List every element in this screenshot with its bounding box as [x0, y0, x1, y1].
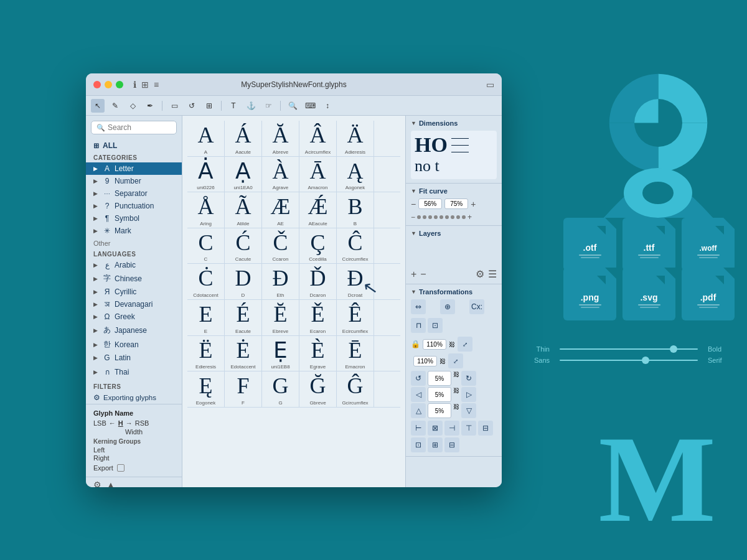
- glyph-cell-Gcircumflex[interactable]: Ĝ Gcircumflex: [337, 371, 374, 407]
- glyph-cell-Eogonek[interactable]: Ę Eogonek: [187, 371, 225, 407]
- glyph-cell-Egrave[interactable]: È Egrave: [299, 336, 337, 371]
- fit-curve-header[interactable]: ▼ Fit curve: [411, 187, 497, 195]
- all-button[interactable]: ⊞ ALL: [86, 139, 182, 152]
- glyph-cell-uni1EA0[interactable]: Ạ uni1EA0: [225, 157, 262, 192]
- glyph-cell-Dcaron[interactable]: Ď Dcaron: [299, 264, 337, 299]
- glyph-cell-Cacute[interactable]: Ć Cacute: [225, 228, 262, 264]
- glyph-cell-AE[interactable]: Æ AE: [262, 192, 299, 228]
- up-icon[interactable]: ▲: [106, 480, 115, 487]
- pen-tool[interactable]: ✎: [108, 99, 122, 113]
- transformations-header[interactable]: ▼ Transformations: [411, 288, 497, 296]
- glyph-cell-Edieresis[interactable]: Ë Edieresis: [187, 336, 225, 371]
- glyph-cell-Emacron[interactable]: Ē Emacron: [337, 336, 374, 371]
- dimensions-header[interactable]: ▼ Dimensions: [411, 119, 497, 127]
- glyph-cell-Ecaron[interactable]: Ě Ecaron: [299, 300, 337, 335]
- rotate-1-input[interactable]: [428, 371, 451, 386]
- fit-dot-9[interactable]: [462, 215, 466, 219]
- search-box[interactable]: 🔍: [91, 121, 177, 134]
- glyph-cell-Ccaron[interactable]: Č Ccaron: [262, 228, 299, 264]
- sidebar-item-japanese[interactable]: ▶ あ Japanese: [86, 323, 182, 337]
- glyph-cell-Cdotaccent[interactable]: Ċ Cdotaccent: [187, 264, 225, 299]
- fit-dot-4[interactable]: [434, 215, 438, 219]
- sidebar-item-devanagari[interactable]: ▶ ञ Devanagari: [86, 298, 182, 310]
- align-top-button[interactable]: ⊤: [461, 421, 476, 436]
- glyph-cell-Amacron[interactable]: Ā Amacron: [299, 157, 337, 192]
- distribute-eq-button[interactable]: ⊟: [444, 437, 459, 452]
- layer-settings-icon[interactable]: ⚙: [476, 268, 484, 280]
- glyph-cell-Ebreve[interactable]: Ĕ Ebreve: [262, 300, 299, 335]
- glyph-cell-Eth[interactable]: Ð Eth: [262, 264, 299, 299]
- flip-v2-button[interactable]: ▽: [461, 403, 476, 418]
- measure-tool[interactable]: ↕: [321, 99, 334, 113]
- fit-minus-small[interactable]: −: [411, 213, 415, 222]
- sidebar-item-latin[interactable]: ▶ G Latin: [86, 352, 182, 364]
- sidebar-item-thai[interactable]: ▶ ก Thai: [86, 364, 182, 380]
- sidebar-item-separator[interactable]: ▶ ⋯ Separator: [86, 187, 182, 200]
- glyph-cell-Aring[interactable]: Å Aring: [187, 192, 225, 228]
- glyph-cell-Edotaccent[interactable]: Ė Edotaccent: [225, 336, 262, 371]
- glyph-cell-Atilde[interactable]: Ã Atilde: [225, 192, 262, 228]
- glyph-cell-AEacute[interactable]: Ǽ AEacute: [299, 192, 337, 228]
- slant-right-button[interactable]: ▷: [461, 387, 476, 402]
- transform-text-button[interactable]: Cx:: [469, 299, 484, 314]
- layer-options-icon[interactable]: ☰: [488, 268, 497, 280]
- fit-dot-2[interactable]: [423, 215, 426, 219]
- slant-1-input[interactable]: [428, 387, 451, 402]
- rotate-tool[interactable]: ↺: [185, 99, 199, 113]
- close-button[interactable]: [93, 81, 101, 88]
- fit-dot-6[interactable]: [445, 215, 449, 219]
- add-layer-button[interactable]: +: [411, 269, 416, 280]
- sidebar-item-letter[interactable]: ▶ A Letter: [86, 162, 182, 175]
- sidebar-item-number[interactable]: ▶ 9 Number: [86, 175, 182, 187]
- scale-x-apply-button[interactable]: ⤢: [458, 337, 472, 352]
- layers-header[interactable]: ▼ Layers: [411, 230, 497, 237]
- sidebar-item-mark[interactable]: ▶ ✳ Mark: [86, 225, 182, 237]
- export-checkbox[interactable]: [117, 464, 125, 472]
- sidebar-item-greek[interactable]: ▶ Ω Greek: [86, 310, 182, 323]
- settings-icon[interactable]: ⚙: [93, 480, 101, 487]
- transform-center-button[interactable]: ⊕: [440, 299, 455, 314]
- rect-tool[interactable]: ▭: [167, 99, 181, 113]
- sidebar-item-punctuation[interactable]: ▶ ? Punctuation: [86, 200, 182, 212]
- glyph-cell-E[interactable]: E E: [187, 300, 225, 335]
- glyph-cell-A[interactable]: A A: [187, 121, 225, 156]
- sidebar-item-chinese[interactable]: ▶ 字 Chinese: [86, 271, 182, 286]
- glyph-cell-Aogonek[interactable]: Ą Aogonek: [337, 157, 374, 192]
- glyph-cell-F[interactable]: F F: [225, 371, 262, 407]
- text-tool[interactable]: T: [227, 99, 240, 113]
- fit-plus-button[interactable]: +: [471, 199, 476, 209]
- glyph-cell-Ecircumflex[interactable]: Ê Ecircumflex: [337, 300, 374, 335]
- glyph-cell-Adieresis[interactable]: Ä Adieresis: [337, 121, 374, 156]
- fit-plus-small[interactable]: +: [467, 213, 472, 222]
- glyph-cell-uni0226[interactable]: Ȧ uni0226: [187, 157, 225, 192]
- anchor-tool[interactable]: ⚓: [244, 99, 258, 113]
- glyph-cell-Aacute[interactable]: Á Aacute: [225, 121, 262, 156]
- transform-flip-h-button[interactable]: ⇔: [411, 299, 426, 314]
- flip-v-button[interactable]: △: [411, 403, 426, 418]
- sidebar-item-korean[interactable]: ▶ 한 Korean: [86, 337, 182, 352]
- slant-left-button[interactable]: ◁: [411, 387, 426, 402]
- fit-minus-button[interactable]: −: [411, 199, 416, 209]
- info-icon[interactable]: ℹ: [133, 80, 136, 90]
- fit-value-1[interactable]: [418, 198, 442, 209]
- hand-tool[interactable]: ☞: [261, 99, 275, 113]
- scale-y-input[interactable]: [413, 356, 437, 366]
- grid-icon[interactable]: ⊞: [141, 80, 149, 90]
- rotate-cw-button[interactable]: ↻: [461, 371, 476, 386]
- align-center-v-button[interactable]: ⊟: [478, 421, 493, 436]
- glyph-cell-Abreve[interactable]: Ă Abreve: [262, 121, 299, 156]
- glyph-cell-Gbreve[interactable]: Ğ Gbreve: [299, 371, 337, 407]
- minimize-button[interactable]: [105, 81, 112, 88]
- glyph-cell-uni1EB8[interactable]: Ẹ uni1EB8: [262, 336, 299, 371]
- glyph-cell-G[interactable]: G G: [262, 371, 299, 407]
- sidebar-filter-exporting[interactable]: ⚙ Exporting glyphs: [86, 391, 182, 404]
- keyboard-tool[interactable]: ⌨: [303, 99, 317, 113]
- fit-dot-5[interactable]: [439, 215, 443, 219]
- zoom-tool[interactable]: 🔍: [286, 99, 299, 113]
- transform-perspective-button[interactable]: ⊡: [428, 318, 443, 333]
- align-right-button[interactable]: ⊣: [444, 421, 459, 436]
- glyph-cell-Ccircumflex[interactable]: Ĉ Ccircumflex: [337, 228, 374, 264]
- remove-layer-button[interactable]: −: [420, 269, 426, 280]
- glyph-cell-Eacute[interactable]: É Eacute: [225, 300, 262, 335]
- glyph-cell-Acircumflex[interactable]: Â Acircumflex: [299, 121, 337, 156]
